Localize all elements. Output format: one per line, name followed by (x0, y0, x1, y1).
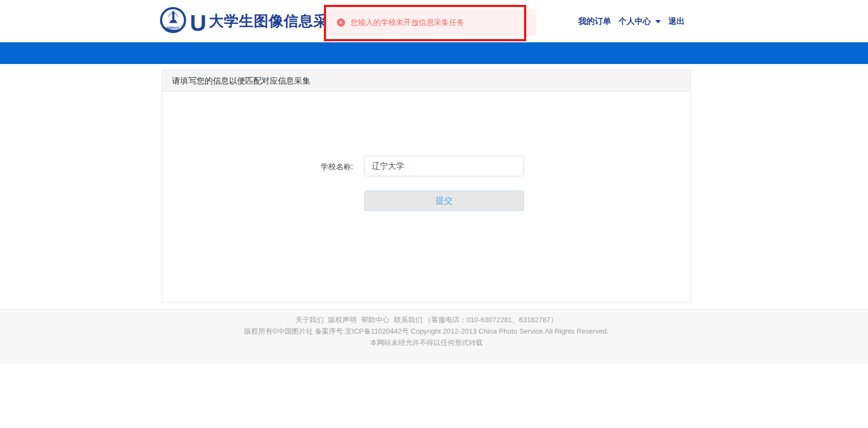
card-title: 请填写您的信息以便匹配对应信息采集 (162, 70, 691, 92)
xinhua-emblem-icon: XINHUA (158, 5, 189, 37)
error-toast: ✕ 您输入的学校未开放信息采集任务 (326, 9, 536, 36)
footer-link-copyright-statement[interactable]: 版权声明 (328, 316, 356, 324)
chevron-down-icon (655, 20, 661, 23)
header-nav: 我的订单 个人中心 退出 (578, 0, 685, 42)
logo-letter: U (190, 12, 206, 35)
error-message: 您输入的学校未开放信息采集任务 (350, 18, 464, 28)
nav-personal-center[interactable]: 个人中心 (618, 16, 661, 27)
footer-link-about[interactable]: 关于我们 (295, 316, 323, 324)
school-name-input[interactable] (364, 156, 524, 176)
school-name-label: 学校名称: (314, 162, 353, 172)
nav-my-orders[interactable]: 我的订单 (578, 16, 611, 27)
footer-link-contact-us[interactable]: 联系我们 (394, 316, 422, 324)
nav-logout[interactable]: 退出 (668, 16, 685, 27)
footer-links-line: 关于我们 版权声明 帮助中心 联系我们 （客服电话：010-63072281、6… (162, 314, 691, 325)
footer-copyright: 版权所有©中国图片社 备案序号:京ICP备11020442号 Copyright… (162, 325, 691, 337)
emblem-text: XINHUA (167, 26, 180, 29)
error-icon: ✕ (337, 18, 345, 27)
card-body: 学校名称: 提交 (162, 92, 691, 303)
footer-notice: 本网站未经允许不得以任何形式转载 (162, 337, 691, 348)
footer-service-phone: （客服电话：010-63072281、63182787） (424, 316, 558, 324)
submit-button[interactable]: 提交 (364, 190, 524, 211)
footer: 关于我们 版权声明 帮助中心 联系我们 （客服电话：010-63072281、6… (0, 309, 868, 363)
footer-link-help-center[interactable]: 帮助中心 (361, 316, 390, 324)
school-match-card: 请填写您的信息以便匹配对应信息采集 学校名称: 提交 (162, 69, 691, 303)
nav-personal-center-label: 个人中心 (618, 16, 651, 25)
primary-nav-bar (0, 42, 868, 64)
